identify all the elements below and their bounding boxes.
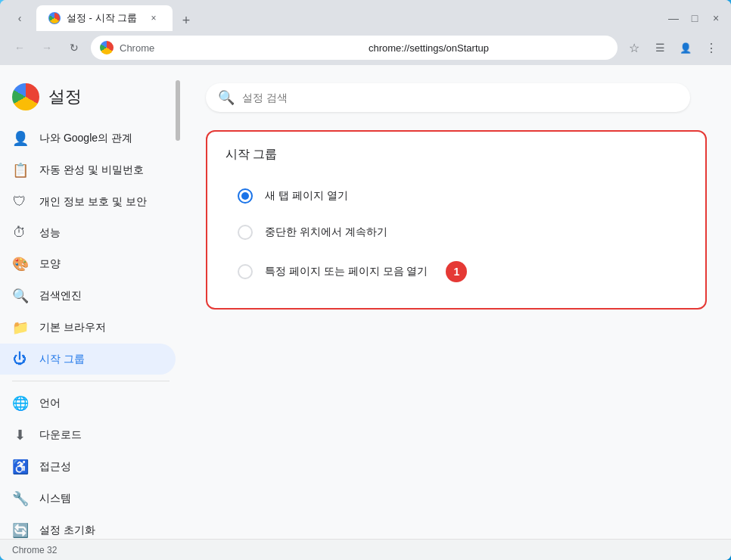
address-url: chrome://settings/onStartup	[369, 42, 608, 54]
sidebar-label-google: 나와 Google의 관계	[39, 132, 163, 145]
google-icon: 👤	[12, 130, 27, 147]
close-button[interactable]: ×	[710, 12, 722, 24]
startup-option-new_tab[interactable]: 새 탭 페이지 열기	[226, 178, 687, 214]
tab-nav-arrows: ‹	[9, 8, 30, 29]
sidebar-label-browser: 기본 브라우저	[39, 321, 163, 334]
sidebar-label-privacy: 개인 정보 보호 및 보안	[39, 195, 163, 209]
option-label-continue: 중단한 위치에서 계속하기	[265, 226, 387, 239]
sidebar-item-autofill[interactable]: 📋자동 완성 및 비밀번호	[0, 154, 176, 186]
sidebar-label-accessibility: 접근성	[39, 460, 163, 474]
download-icon: ⬇	[12, 427, 27, 443]
maximize-button[interactable]: □	[689, 12, 701, 24]
radio-new_tab[interactable]	[238, 188, 253, 204]
radio-continue[interactable]	[238, 225, 253, 240]
badge-specific: 1	[446, 261, 467, 282]
search-icon: 🔍	[12, 288, 27, 304]
address-bar: ← → ↻ Chrome chrome://settings/onStartup…	[0, 32, 731, 65]
sidebar-item-language[interactable]: 🌐언어	[0, 387, 176, 419]
accessibility-icon: ♿	[12, 459, 27, 475]
radio-inner-new_tab	[241, 192, 249, 200]
startup-options-list: 새 탭 페이지 열기중단한 위치에서 계속하기특정 페이지 또는 페이지 모음 …	[226, 178, 687, 293]
sidebar-item-download[interactable]: ⬇다운로드	[0, 419, 176, 451]
chrome-logo	[12, 83, 39, 110]
sidebar-items-list: 👤나와 Google의 관계📋자동 완성 및 비밀번호🛡개인 정보 보호 및 보…	[0, 123, 182, 539]
sidebar-label-language: 언어	[39, 397, 163, 410]
privacy-icon: 🛡	[12, 194, 27, 210]
browser-icon: 📁	[12, 319, 27, 336]
content-area: 설정 👤나와 Google의 관계📋자동 완성 및 비밀번호🛡개인 정보 보호 …	[0, 65, 731, 539]
site-icon	[100, 41, 114, 54]
extensions-button[interactable]: ☰	[649, 37, 670, 58]
profile-button[interactable]: 👤	[675, 37, 696, 58]
back-button[interactable]: ←	[9, 37, 30, 58]
address-actions: ☆ ☰ 👤 ⋮	[624, 37, 722, 58]
main-panel: 🔍 시작 그룹 새 탭 페이지 열기중단한 위치에서 계속하기특정 페이지 또는…	[182, 65, 731, 539]
sidebar-header: 설정	[0, 77, 182, 123]
active-tab[interactable]: 설정 - 시작 그룹 ×	[36, 5, 173, 31]
appearance-icon: 🎨	[12, 256, 27, 272]
sidebar-title: 설정	[48, 86, 82, 108]
sidebar-label-performance: 성능	[39, 226, 163, 240]
startup-group-card: 시작 그룹 새 탭 페이지 열기중단한 위치에서 계속하기특정 페이지 또는 페…	[206, 130, 707, 310]
sidebar-label-startup: 시작 그룹	[39, 353, 163, 366]
bottom-text: Chrome 32	[12, 545, 57, 555]
minimize-button[interactable]: —	[667, 12, 680, 24]
forward-button[interactable]: →	[36, 37, 58, 58]
sidebar-item-appearance[interactable]: 🎨모양	[0, 248, 176, 280]
tab-close-button[interactable]: ×	[147, 11, 160, 25]
tab-title: 설정 - 시작 그룹	[67, 11, 141, 25]
startup-option-specific[interactable]: 특정 페이지 또는 페이지 모음 열기1	[226, 250, 687, 293]
sidebar-item-reset[interactable]: 🔄설정 초기화	[0, 515, 176, 539]
system-icon: 🔧	[12, 490, 27, 507]
sidebar-item-privacy[interactable]: 🛡개인 정보 보호 및 보안	[0, 186, 176, 217]
search-input[interactable]	[242, 92, 678, 104]
option-label-new_tab: 새 탭 페이지 열기	[265, 189, 348, 203]
sidebar-item-accessibility[interactable]: ♿접근성	[0, 451, 176, 483]
sidebar-item-browser[interactable]: 📁기본 브라우저	[0, 312, 176, 344]
address-chrome-label: Chrome	[120, 42, 359, 54]
browser-window: ‹ 설정 - 시작 그룹 × + — □ × ← → ↻ Chrome chro…	[0, 0, 731, 560]
performance-icon: ⏱	[12, 225, 27, 241]
sidebar-item-performance[interactable]: ⏱성능	[0, 217, 176, 248]
sidebar-item-search[interactable]: 🔍검색엔진	[0, 280, 176, 312]
bottom-bar: Chrome 32	[0, 539, 731, 560]
title-bar: ‹ 설정 - 시작 그룹 × + — □ ×	[0, 0, 731, 32]
sidebar-item-startup[interactable]: ⏻시작 그룹	[0, 344, 176, 375]
startup-option-continue[interactable]: 중단한 위치에서 계속하기	[226, 214, 687, 250]
reset-icon: 🔄	[12, 522, 27, 539]
option-label-specific: 특정 페이지 또는 페이지 모음 열기	[265, 265, 428, 278]
radio-specific[interactable]	[238, 264, 253, 279]
sidebar-item-google[interactable]: 👤나와 Google의 관계	[0, 123, 176, 154]
sidebar-wrapper: 설정 👤나와 Google의 관계📋자동 완성 및 비밀번호🛡개인 정보 보호 …	[0, 65, 182, 539]
sidebar-label-autofill: 자동 완성 및 비밀번호	[39, 163, 163, 177]
sidebar-label-reset: 설정 초기화	[39, 524, 163, 537]
window-controls: — □ ×	[667, 12, 722, 24]
sidebar-label-appearance: 모양	[39, 257, 163, 271]
sidebar: 설정 👤나와 Google의 관계📋자동 완성 및 비밀번호🛡개인 정보 보호 …	[0, 65, 182, 539]
new-tab-button[interactable]: +	[176, 10, 197, 31]
bookmark-button[interactable]: ☆	[624, 37, 645, 58]
address-input-wrapper[interactable]: Chrome chrome://settings/onStartup	[91, 36, 617, 60]
startup-card-title: 시작 그룹	[226, 147, 687, 163]
tab-area: 설정 - 시작 그룹 × +	[36, 5, 661, 31]
startup-icon: ⏻	[12, 351, 27, 367]
menu-button[interactable]: ⋮	[701, 37, 722, 58]
sidebar-label-system: 시스템	[39, 492, 163, 506]
search-bar[interactable]: 🔍	[206, 83, 690, 112]
search-icon: 🔍	[218, 89, 235, 106]
sidebar-item-system[interactable]: 🔧시스템	[0, 483, 176, 515]
autofill-icon: 📋	[12, 162, 27, 179]
sidebar-label-download: 다운로드	[39, 428, 163, 442]
tab-scroll-left[interactable]: ‹	[9, 8, 30, 29]
sidebar-divider	[12, 381, 170, 381]
sidebar-label-search: 검색엔진	[39, 289, 163, 303]
sidebar-scrollbar[interactable]	[176, 80, 180, 141]
language-icon: 🌐	[12, 395, 27, 412]
tab-favicon	[48, 12, 61, 24]
refresh-button[interactable]: ↻	[64, 37, 85, 58]
